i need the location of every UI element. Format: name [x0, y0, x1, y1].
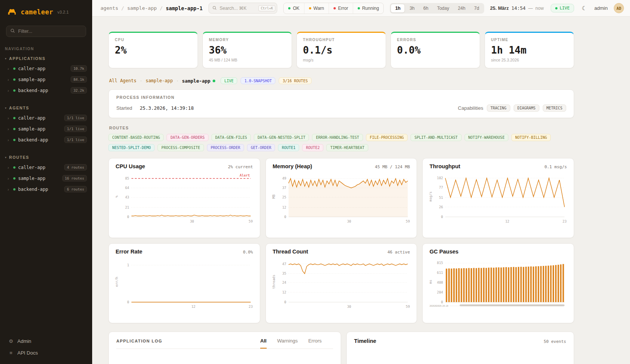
route-chip-process-composite[interactable]: PROCESS-COMPOSITE — [158, 144, 204, 151]
chart-card-error-rate: Error Rate0.0%01err/h1223 — [108, 243, 260, 323]
route-chip-route2[interactable]: ROUTE2 — [302, 144, 323, 151]
log-tabs: AllWarningsErrors — [260, 338, 321, 349]
route-chip-process-order[interactable]: PROCESS-ORDER — [207, 144, 244, 151]
sidebar-item-sample-app[interactable]: ›sample-app16 routes — [0, 173, 92, 184]
gc-x-scrollbar[interactable] — [460, 304, 565, 306]
sidebar-item-caller-app[interactable]: ›caller-app1/1 live — [0, 112, 92, 123]
status-filter-error[interactable]: Error — [329, 3, 353, 14]
sidebar-item-sample-app[interactable]: ›sample-app1/1 live — [0, 123, 92, 134]
stat-value: 36% — [209, 45, 286, 56]
sidebar-item-label: backend-app — [18, 137, 48, 143]
route-chip-timer-heartbeat[interactable]: TIMER-HEARTBEAT — [326, 144, 368, 151]
status-filter-running[interactable]: Running — [353, 3, 384, 14]
route-chip-error-handling-test[interactable]: ERROR-HANDLING-TEST — [312, 134, 363, 141]
breadcrumb-agents[interactable]: agents — [100, 5, 118, 11]
stat-label: CPU — [115, 38, 191, 42]
svg-text:12: 12 — [505, 220, 510, 223]
svg-text:59: 59 — [406, 305, 410, 309]
status-dot-icon — [13, 68, 15, 70]
sidebar-item-caller-app[interactable]: ›caller-app10.7k — [0, 63, 92, 74]
dark-mode-toggle[interactable]: ☾ — [580, 4, 588, 12]
sidebar-footer-admin[interactable]: ⚙Admin — [0, 335, 92, 347]
breadcrumb-sample-app[interactable]: sample-app — [127, 5, 157, 11]
sidebar-item-sample-app[interactable]: ›sample-app84.1k — [0, 74, 92, 85]
sidebar-section-header-agents[interactable]: ▾AGENTS — [0, 103, 92, 112]
route-chip-get-order[interactable]: GET-ORDER — [247, 144, 275, 151]
global-search-input[interactable] — [219, 6, 256, 11]
route-chip-nested-split-demo[interactable]: NESTED-SPLIT-DEMO — [108, 144, 154, 151]
chart-card-memory: Memory (Heap)45 MB / 124 MB012253749MB30… — [266, 158, 417, 238]
stat-card-cpu: CPU2% — [108, 32, 198, 68]
started-label: Started — [116, 105, 132, 111]
live-dot-icon — [555, 7, 557, 9]
time-range-3h[interactable]: 3h — [405, 4, 418, 12]
capabilities: Capabilities TRACINGDIAGRAMSMETRICS — [458, 104, 566, 112]
time-range-6h[interactable]: 6h — [419, 4, 432, 12]
avatar[interactable]: AD — [614, 3, 624, 13]
timeline-panel: Timeline 50 events — [346, 332, 574, 364]
time-range-1h[interactable]: 1h — [391, 4, 405, 13]
route-chip-content-based-routing[interactable]: CONTENT-BASED-ROUTING — [108, 134, 164, 141]
sidebar-section-header-applications[interactable]: ▾APPLICATIONS — [0, 53, 92, 63]
sidebar-item-badge: 6 routes — [64, 186, 87, 192]
status-filter-warn[interactable]: Warn — [304, 3, 329, 14]
caret-down-icon: ▾ — [5, 156, 6, 159]
routes-section-title: ROUTES — [109, 126, 573, 130]
app-logo[interactable]: cameleer v3.2.1 — [0, 0, 92, 26]
chart-title-error-rate: Error Rate — [116, 249, 142, 255]
time-range-today[interactable]: Today — [433, 4, 453, 12]
route-chip-data-gen-nested-split[interactable]: DATA-GEN-NESTED-SPLIT — [254, 134, 309, 141]
sidebar-item-backend-app[interactable]: ›backend-app32.2k — [0, 85, 92, 96]
sidebar-filter[interactable] — [6, 26, 86, 37]
log-tab-warnings[interactable]: Warnings — [277, 338, 298, 349]
status-dot-icon — [309, 7, 311, 9]
live-label: LIVE — [560, 6, 570, 11]
sidebar-footer-api-docs[interactable]: ≡API Docs — [0, 347, 92, 359]
chart-plot-throughput: 0265177102msg/s1223 — [428, 171, 568, 232]
sidebar-item-backend-app[interactable]: ›backend-app1/1 live — [0, 134, 92, 145]
live-indicator[interactable]: LIVE — [551, 4, 574, 12]
svg-text:%: % — [115, 195, 119, 198]
log-tab-errors[interactable]: Errors — [308, 338, 321, 349]
chart-header: Thread Count46 active — [271, 249, 412, 255]
route-chip-notify-warehouse[interactable]: NOTIFY-WAREHOUSE — [465, 134, 508, 141]
route-chip-split-and-multicast[interactable]: SPLIT-AND-MULTICAST — [411, 134, 461, 141]
datetime-display[interactable]: 25. März 14:54 — now — [490, 5, 544, 11]
svg-text:24: 24 — [282, 281, 286, 284]
sidebar-item-label: sample-app — [18, 176, 45, 181]
status-filter-ok[interactable]: OK — [284, 3, 304, 14]
route-chip-notify-billing[interactable]: NOTIFY-BILLING — [511, 134, 551, 141]
global-search[interactable]: Ctrl+K — [208, 3, 277, 14]
breadcrumb: agents / sample-app / sample-app-1 — [100, 5, 202, 11]
sidebar-item-caller-app[interactable]: ›caller-app4 routes — [0, 162, 92, 173]
svg-text:611: 611 — [437, 271, 443, 275]
time-label: 14:54 — [511, 5, 526, 11]
svg-text:0: 0 — [127, 300, 129, 304]
time-range-24h[interactable]: 24h — [454, 4, 469, 12]
svg-text:49: 49 — [282, 177, 286, 180]
time-range-7d[interactable]: 7d — [470, 4, 483, 12]
all-agents-link[interactable]: All Agents — [109, 78, 136, 83]
stat-card-uptime: UPTIME1h 14msince 25.3.2026 — [485, 32, 574, 68]
route-chip-data-gen-orders[interactable]: DATA-GEN-ORDERS — [167, 134, 208, 141]
stat-label: UPTIME — [491, 38, 568, 42]
chart-title-throughput: Throughput — [429, 163, 460, 169]
route-chip-route1[interactable]: ROUTE1 — [278, 144, 299, 151]
route-chip-data-gen-files[interactable]: DATA-GEN-FILES — [212, 134, 251, 141]
capability-chip-diagrams: DIAGRAMS — [514, 104, 539, 112]
status-dot-icon — [13, 128, 15, 130]
sidebar-section-header-routes[interactable]: ▾ROUTES — [0, 152, 92, 162]
datetime-separator: — — [528, 6, 533, 11]
sidebar-item-label: backend-app — [18, 187, 48, 192]
svg-text:21: 21 — [125, 206, 129, 209]
stat-value: 0.0% — [397, 45, 474, 56]
sidebar-section-agents: ▾AGENTS›caller-app1/1 live›sample-app1/1… — [0, 103, 92, 145]
process-information-panel: PROCESS INFORMATION Started 25.3.2026, 1… — [108, 89, 574, 118]
chart-header: Error Rate0.0% — [114, 249, 255, 255]
sidebar-item-backend-app[interactable]: ›backend-app6 routes — [0, 184, 92, 195]
agent-separator: · — [177, 78, 178, 83]
agent-app-link[interactable]: sample-app — [145, 78, 173, 83]
route-chip-file-processing[interactable]: FILE-PROCESSING — [366, 134, 408, 141]
log-tab-all[interactable]: All — [260, 338, 267, 349]
sidebar-filter-input[interactable] — [18, 29, 75, 34]
